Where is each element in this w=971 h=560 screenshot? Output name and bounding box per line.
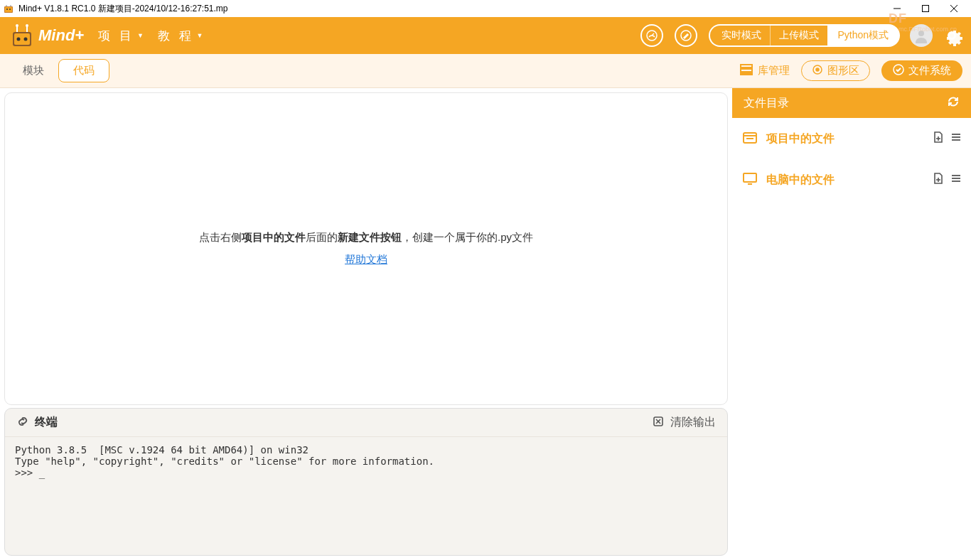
logo-text: Mind+ [38, 26, 84, 45]
app-icon [3, 3, 14, 14]
svg-rect-39 [744, 173, 756, 182]
editor-area: 点击右侧项目中的文件后面的新建文件按钮，创建一个属于你的.py文件 帮助文档 [4, 92, 728, 405]
menu-button[interactable] [951, 132, 961, 145]
chevron-down-icon: ▼ [197, 32, 203, 39]
tab-module[interactable]: 模块 [9, 60, 58, 82]
svg-point-3 [9, 9, 11, 10]
menu-project-label: 项 目 [98, 28, 134, 44]
group-computer-files[interactable]: 电脑中的文件 [732, 159, 971, 200]
library-icon [739, 63, 753, 79]
hint-pre: 点击右侧 [199, 231, 242, 243]
terminal-output[interactable]: Python 3.8.5 [MSC v.1924 64 bit AMD64)] … [5, 437, 727, 555]
file-sidebar: 文件目录 项目中的文件 电脑中的文件 [732, 88, 971, 560]
workspace: 点击右侧项目中的文件后面的新建文件按钮，创建一个属于你的.py文件 帮助文档 终… [0, 88, 971, 560]
svg-point-21 [918, 31, 924, 36]
sidebar-title: 文件目录 [744, 96, 789, 111]
hint-post: ，创建一个属于你的.py文件 [402, 231, 533, 243]
folder-icon [742, 129, 758, 148]
edit-button[interactable] [675, 24, 697, 47]
menu-button[interactable] [951, 173, 961, 186]
chevron-down-icon: ▼ [137, 32, 144, 39]
minimize-button[interactable] [883, 0, 911, 17]
main-area: 点击右侧项目中的文件后面的新建文件按钮，创建一个属于你的.py文件 帮助文档 终… [0, 88, 732, 560]
terminal-header: 终端 清除输出 [5, 409, 727, 437]
avatar[interactable] [910, 24, 933, 47]
toolbar: 模块 代码 库管理 图形区 文件系统 [0, 54, 971, 88]
mode-switcher: 实时模式 上传模式 Python模式 [709, 24, 900, 47]
svg-rect-7 [923, 6, 929, 12]
link-icon [16, 415, 29, 431]
mode-python[interactable]: Python模式 [827, 26, 898, 45]
menubar: Mind+ 项 目▼ 教 程▼ 实时模式 上传模式 Python模式 [0, 17, 971, 54]
settings-button[interactable] [941, 25, 962, 46]
mode-realtime[interactable]: 实时模式 [710, 26, 770, 45]
clear-output-button[interactable]: 清除输出 [652, 415, 716, 431]
window-title: Mind+ V1.8.1 RC1.0 新建项目-2024/10/12-16:27… [18, 3, 883, 15]
hint-mid: 后面的 [306, 231, 338, 243]
logo: Mind+ [9, 22, 84, 49]
hint-bold-2: 新建文件按钮 [338, 231, 402, 243]
tab-code[interactable]: 代码 [58, 59, 109, 82]
editor-hint: 点击右侧项目中的文件后面的新建文件按钮，创建一个属于你的.py文件 [199, 231, 533, 244]
graphic-area-label: 图形区 [827, 64, 859, 77]
new-file-button[interactable] [933, 131, 944, 146]
graphic-area-button[interactable]: 图形区 [801, 60, 870, 81]
target-icon [812, 64, 823, 77]
terminal-panel: 终端 清除输出 Python 3.8.5 [MSC v.1924 64 bit … [4, 408, 728, 556]
filesystem-button[interactable]: 文件系统 [881, 60, 962, 81]
terminal-title: 终端 [16, 415, 58, 431]
help-doc-link[interactable]: 帮助文档 [345, 253, 387, 266]
svg-rect-1 [5, 7, 12, 12]
svg-point-13 [24, 38, 28, 41]
svg-rect-23 [741, 69, 752, 72]
svg-point-26 [816, 68, 819, 71]
menu-tutorial-label: 教 程 [158, 28, 194, 44]
terminal-title-label: 终端 [35, 415, 58, 430]
group-project-label: 项目中的文件 [766, 131, 835, 146]
hint-bold-1: 项目中的文件 [242, 231, 306, 243]
computer-icon [742, 171, 758, 189]
clear-icon [652, 415, 665, 431]
new-file-button[interactable] [933, 172, 944, 188]
sidebar-header: 文件目录 [732, 88, 971, 118]
svg-rect-22 [741, 65, 752, 68]
svg-point-15 [16, 24, 18, 27]
svg-point-12 [17, 38, 21, 41]
svg-point-17 [26, 24, 28, 27]
logo-icon [9, 22, 36, 49]
refresh-button[interactable] [947, 95, 960, 111]
check-circle-icon [893, 64, 904, 77]
svg-point-2 [6, 9, 8, 10]
group-project-files[interactable]: 项目中的文件 [732, 118, 971, 159]
group-computer-label: 电脑中的文件 [766, 173, 835, 188]
svg-rect-24 [741, 73, 752, 75]
window-titlebar: Mind+ V1.8.1 RC1.0 新建项目-2024/10/12-16:27… [0, 0, 971, 17]
svg-rect-11 [14, 33, 30, 45]
menu-project[interactable]: 项 目▼ [98, 28, 144, 44]
filesystem-label: 文件系统 [908, 64, 951, 77]
dashboard-button[interactable] [640, 24, 663, 47]
library-manage-button[interactable]: 库管理 [739, 63, 790, 79]
mode-upload[interactable]: 上传模式 [770, 26, 827, 45]
maximize-button[interactable] [911, 0, 940, 17]
svg-line-19 [652, 33, 654, 36]
library-manage-label: 库管理 [758, 64, 790, 77]
close-button[interactable] [940, 0, 968, 17]
menu-tutorial[interactable]: 教 程▼ [158, 28, 203, 44]
clear-output-label: 清除输出 [670, 415, 716, 430]
